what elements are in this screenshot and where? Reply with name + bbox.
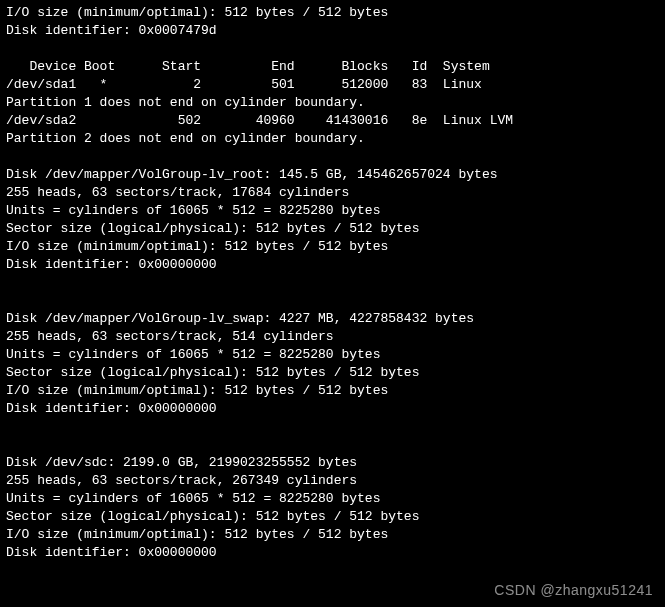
disk-lvroot-id: Disk identifier: 0x00000000 — [6, 257, 217, 272]
io-size-line: I/O size (minimum/optimal): 512 bytes / … — [6, 5, 388, 20]
partition-warning-1: Partition 1 does not end on cylinder bou… — [6, 95, 365, 110]
disk-lvswap-units: Units = cylinders of 16065 * 512 = 82252… — [6, 347, 380, 362]
disk-lvroot-sector: Sector size (logical/physical): 512 byte… — [6, 221, 419, 236]
watermark-text: CSDN @zhangxu51241 — [494, 581, 653, 599]
disk-sdc-units: Units = cylinders of 16065 * 512 = 82252… — [6, 491, 380, 506]
disk-lvswap-geom: 255 heads, 63 sectors/track, 514 cylinde… — [6, 329, 334, 344]
disk-lvroot-geom: 255 heads, 63 sectors/track, 17684 cylin… — [6, 185, 349, 200]
disk-sdc-title: Disk /dev/sdc: 2199.0 GB, 2199023255552 … — [6, 455, 357, 470]
disk-lvswap-io: I/O size (minimum/optimal): 512 bytes / … — [6, 383, 388, 398]
disk-lvroot-title: Disk /dev/mapper/VolGroup-lv_root: 145.5… — [6, 167, 497, 182]
disk-id-line: Disk identifier: 0x0007479d — [6, 23, 217, 38]
disk-sdc-geom: 255 heads, 63 sectors/track, 267349 cyli… — [6, 473, 357, 488]
disk-lvroot-io: I/O size (minimum/optimal): 512 bytes / … — [6, 239, 388, 254]
disk-lvroot-units: Units = cylinders of 16065 * 512 = 82252… — [6, 203, 380, 218]
disk-lvswap-id: Disk identifier: 0x00000000 — [6, 401, 217, 416]
partition-header: Device Boot Start End Blocks Id System — [6, 59, 490, 74]
partition-row-sda1: /dev/sda1 * 2 501 512000 83 Linux — [6, 77, 482, 92]
partition-row-sda2: /dev/sda2 502 40960 41430016 8e Linux LV… — [6, 113, 513, 128]
terminal-output: I/O size (minimum/optimal): 512 bytes / … — [0, 0, 665, 566]
partition-warning-2: Partition 2 does not end on cylinder bou… — [6, 131, 365, 146]
disk-sdc-io: I/O size (minimum/optimal): 512 bytes / … — [6, 527, 388, 542]
disk-lvswap-title: Disk /dev/mapper/VolGroup-lv_swap: 4227 … — [6, 311, 474, 326]
disk-sdc-sector: Sector size (logical/physical): 512 byte… — [6, 509, 419, 524]
disk-sdc-id: Disk identifier: 0x00000000 — [6, 545, 217, 560]
disk-lvswap-sector: Sector size (logical/physical): 512 byte… — [6, 365, 419, 380]
